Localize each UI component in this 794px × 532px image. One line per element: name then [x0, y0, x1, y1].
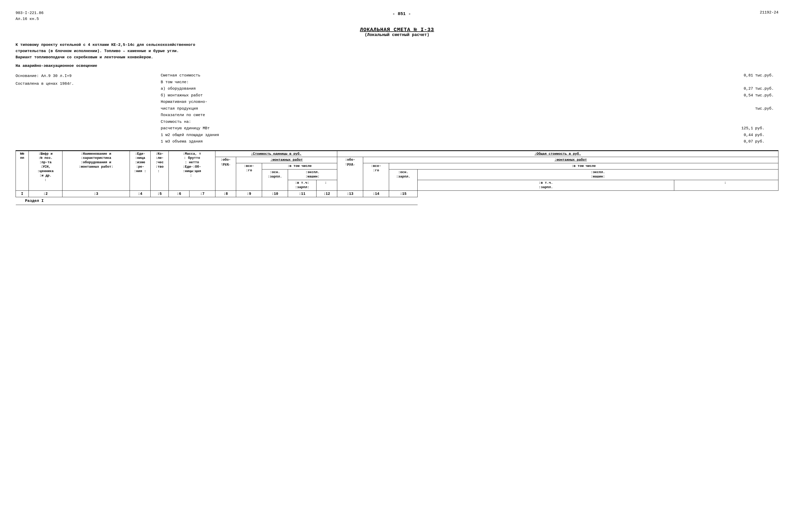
table-number-row: I :2 :3 :4 :5 :6 :7 :8 :9 :10 :11 :12 :1… [16, 190, 778, 197]
doc-number-line1: 903-I-221.86 [16, 11, 43, 16]
main-table: №№пп :Шифр и:№ поз.:пр-та:УСН,:ценника:и… [16, 151, 778, 205]
desc-line1: К типовому проекту котельной с 4 котлами… [16, 42, 778, 48]
col-total-montazh: :монтажных работ [363, 157, 778, 163]
col-name: :Наименование и:характеристика:оборудова… [62, 151, 130, 190]
info-right-row-label: В том числе: [161, 79, 734, 86]
info-right-row: Показатели по смете [161, 112, 778, 119]
info-right-row-label: 1 м2 общей площади здания [161, 132, 734, 139]
info-right-row-unit: руб. [755, 138, 778, 145]
num-2: :2 [29, 190, 62, 197]
col-tm-vtomnchisle: :в том числе [389, 163, 778, 169]
info-right-row-label: расчетную единицу МВт [161, 125, 734, 132]
num-1: I [16, 190, 29, 197]
info-section: Основание: Ал.9 30 л.I+9 Составлена в це… [16, 72, 778, 145]
info-right-row-label: а) оборудования [161, 86, 734, 92]
info-right-row: расчетную единицу МВт125,1руб. [161, 125, 778, 132]
info-right-row-label: 1 м3 объема здания [161, 138, 734, 145]
info-right-row-unit: руб. [755, 125, 778, 132]
col-um-osn: :осн.:зарпл. [262, 169, 288, 191]
info-right-row-value: 0,54 [734, 92, 755, 99]
main-title: ЛОКАЛЬНАЯ СМЕТА № I-33 [16, 27, 778, 33]
sostav-label: Составлена в ценах 1984г. [16, 80, 145, 88]
num-14: :14 [363, 190, 389, 197]
col-um-vse: :все-:го [236, 163, 262, 190]
info-right-row: а) оборудования0,27тыс.руб. [161, 86, 778, 92]
info-right-row-value: 0,44 [734, 132, 755, 139]
info-right-row: Сметная стоимость0,81тыс.руб. [161, 72, 778, 79]
col-unit-montazh: :монтажных работ [236, 157, 337, 163]
info-right-row-label: Показатели по смете [161, 112, 734, 119]
col-unit-equip: :обо-:руд. [215, 157, 236, 190]
osnov-label: Основание: Ал.9 30 л.I+9 [16, 72, 145, 80]
info-right-row: Нормативная условно- [161, 99, 778, 106]
info-right-row-value: 0,81 [734, 72, 755, 79]
col-um-vtomnchisle: :в том числе [262, 163, 337, 169]
col-tm-osn: :осн.:зарпл. [389, 169, 418, 191]
top-left-info: 903-I-221.86 Ал.16 кн.5 [16, 11, 43, 22]
col-unit-cost: :Стоимость единицы в руб. [215, 151, 337, 157]
desc-line2: строительства (в блочном исполнении). То… [16, 48, 778, 54]
info-right-row-unit: руб. [755, 132, 778, 139]
info-right-row-label: чистая продукция [161, 106, 734, 112]
razdel-label: Раздел I [16, 197, 418, 205]
col-tm-vt2: : [674, 180, 778, 190]
info-right-row-value: 125,1 [734, 125, 755, 132]
info-right-row-unit: тыс.руб. [755, 92, 778, 99]
num-10: :10 [262, 190, 288, 197]
num-7: :7 [189, 190, 215, 197]
doc-code: 21192-24 [760, 11, 778, 15]
info-right-row: 1 м2 общей площади здания0,44руб. [161, 132, 778, 139]
num-5: :5 [151, 190, 169, 197]
info-right-row-label: Нормативная условно- [161, 99, 734, 106]
col-total-equip: :обо-:руд. [337, 157, 363, 190]
subject-line: На аварийно-эвакуационное освещение [16, 64, 778, 68]
desc-line3: Вариант топливоподачи со скребковым и ле… [16, 54, 778, 61]
info-right-row: 1 м3 объема здания0,07руб. [161, 138, 778, 145]
page-header: 903-I-221.86 Ал.16 кн.5 - 851 - 21192-24 [16, 11, 778, 22]
razdel-row: Раздел I [16, 197, 778, 205]
col-um-ekspl: :экспл.:машин: [288, 169, 337, 180]
col-tm-ekspl: :экспл.:машин: [418, 169, 778, 180]
info-right-row: В том числе: [161, 79, 778, 86]
num-11: :11 [288, 190, 317, 197]
num-8: :8 [215, 190, 236, 197]
info-right-row-label: б) монтажных работ [161, 92, 734, 99]
num-3: :3 [62, 190, 130, 197]
col-mass: :Масса, т: брутто: нетто:Еди-:Об-:ницы:щ… [169, 151, 215, 190]
doc-number-line2: Ал.16 кн.5 [16, 16, 43, 22]
info-right-row-label: Сметная стоимость [161, 72, 734, 79]
info-right-row: чистая продукциятыс.руб. [161, 106, 778, 112]
info-right-row-unit: тыс.руб. [755, 72, 778, 79]
num-15: :15 [389, 190, 418, 197]
info-right-row-value: 0,27 [734, 86, 755, 92]
num-9: :9 [236, 190, 262, 197]
description-block: К типовому проекту котельной с 4 котлами… [16, 42, 778, 61]
page-number: - 851 - [43, 11, 760, 16]
col-um-vt2: : [317, 180, 337, 190]
title-block: ЛОКАЛЬНАЯ СМЕТА № I-33 (Локальный сметны… [16, 27, 778, 37]
info-right-row: Стоимость на: [161, 119, 778, 126]
info-right-row-label: Стоимость на: [161, 119, 734, 126]
sub-title: (Локальный сметный расчет) [16, 33, 778, 37]
info-right-row-unit: тыс.руб. [755, 86, 778, 92]
col-qty: :Ко-:ли-:чес:тво: [151, 151, 169, 190]
table-header-row1: №№пп :Шифр и:№ поз.:пр-та:УСН,:ценника:и… [16, 151, 778, 157]
info-right: Сметная стоимость0,81тыс.руб.В том числе… [145, 72, 778, 145]
num-12: :12 [317, 190, 337, 197]
col-um-vt1: :в т.ч::зарпл: [288, 180, 317, 190]
info-right-row-unit: тыс.руб. [755, 106, 778, 112]
col-unit: :Еди-:ница:изме:ре-:ния : [130, 151, 151, 190]
col-shifr: :Шифр и:№ поз.:пр-та:УСН,:ценника:и др.: [29, 151, 62, 190]
info-right-row: б) монтажных работ0,54тыс.руб. [161, 92, 778, 99]
info-right-row-value: 0,07 [734, 138, 755, 145]
num-6: :6 [169, 190, 189, 197]
col-tm-vt1: :в т.ч.:зарпл. [418, 180, 674, 190]
info-left: Основание: Ал.9 30 л.I+9 Составлена в це… [16, 72, 145, 145]
col-tm-vse: :все-:го [363, 163, 389, 190]
col-total-cost: :Общая стоимость в руб. [337, 151, 778, 157]
num-13: :13 [337, 190, 363, 197]
col-nn: №№пп [16, 151, 29, 190]
num-4: :4 [130, 190, 151, 197]
